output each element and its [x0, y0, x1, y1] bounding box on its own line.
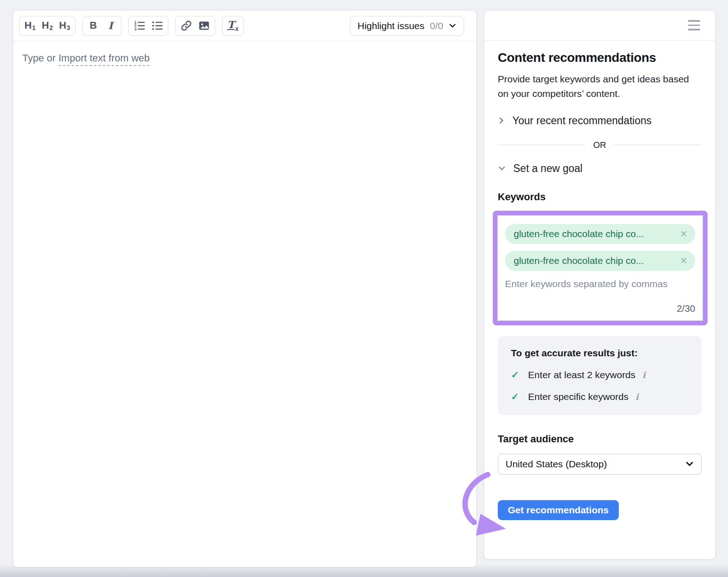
- info-icon[interactable]: i: [642, 370, 645, 380]
- check-icon: ✓: [511, 369, 519, 380]
- heading-3-label: H: [59, 20, 66, 31]
- set-new-goal-toggle[interactable]: Set a new goal: [498, 162, 702, 175]
- keywords-input-area[interactable]: gluten-free chocolate chip co... ✕ glute…: [497, 215, 703, 321]
- chevron-down-icon: [685, 460, 694, 468]
- panel-description: Provide target keywords and get ideas ba…: [498, 72, 702, 101]
- keyword-tag: gluten-free chocolate chip co... ✕: [505, 224, 695, 244]
- tip-row: ✓ Enter specific keywords i: [511, 391, 688, 402]
- highlight-issues-label: Highlight issues: [358, 20, 425, 31]
- heading-2-label: H: [42, 20, 49, 31]
- insert-buttons-group: [175, 16, 215, 36]
- set-new-goal-label: Set a new goal: [513, 162, 582, 175]
- heading-1-button[interactable]: H1: [21, 17, 39, 35]
- heading-2-button[interactable]: H2: [39, 17, 56, 35]
- keyword-tag-text: gluten-free chocolate chip co...: [514, 255, 644, 266]
- bold-label: B: [90, 20, 97, 31]
- editor-placeholder-prefix: Type or: [22, 52, 58, 64]
- heading-3-sub: 3: [67, 25, 71, 31]
- remove-keyword-icon[interactable]: ✕: [680, 255, 688, 266]
- hamburger-menu-icon[interactable]: [688, 20, 700, 30]
- insert-link-button[interactable]: [177, 17, 195, 35]
- keywords-highlight-annotation: gluten-free chocolate chip co... ✕ glute…: [493, 211, 708, 325]
- italic-button[interactable]: I: [102, 17, 119, 35]
- insert-image-button[interactable]: [195, 17, 213, 35]
- italic-label: I: [108, 20, 113, 31]
- format-buttons-group: B I: [82, 16, 121, 36]
- or-label: OR: [585, 140, 615, 150]
- info-icon[interactable]: i: [635, 392, 638, 402]
- image-icon: [198, 20, 210, 32]
- tips-title: To get accurate results just:: [511, 348, 688, 359]
- clear-formatting-icon: Tx: [227, 19, 238, 32]
- chevron-right-icon: [498, 116, 505, 125]
- recommendations-panel-header: [484, 10, 715, 40]
- recommendations-panel: Content recommendations Provide target k…: [484, 10, 716, 560]
- heading-3-button[interactable]: H3: [56, 17, 73, 35]
- highlight-issues-count: 0/0: [430, 20, 443, 31]
- panel-title: Content recommendations: [498, 51, 702, 65]
- divider-line: [498, 145, 585, 145]
- target-audience-label: Target audience: [498, 433, 702, 445]
- tip-row: ✓ Enter at least 2 keywords i: [511, 369, 688, 380]
- remove-keyword-icon[interactable]: ✕: [680, 228, 688, 239]
- editor-panel: H1 H2 H3 B I 1 2 3: [13, 10, 477, 567]
- import-text-from-web-link[interactable]: Import text from web: [58, 52, 150, 66]
- tip-text: Enter specific keywords: [528, 391, 629, 402]
- ordered-list-icon: 1 2 3: [133, 20, 146, 32]
- keywords-input-placeholder: Enter keywords separated by commas: [505, 278, 695, 289]
- divider-line: [614, 145, 702, 145]
- ordered-list-button[interactable]: 1 2 3: [131, 17, 148, 35]
- accuracy-tips-box: To get accurate results just: ✓ Enter at…: [498, 336, 702, 415]
- heading-2-sub: 2: [50, 25, 53, 31]
- tip-text: Enter at least 2 keywords: [528, 369, 636, 380]
- editor-toolbar: H1 H2 H3 B I 1 2 3: [13, 10, 476, 41]
- heading-buttons-group: H1 H2 H3: [19, 16, 76, 36]
- keywords-counter: 2/30: [505, 303, 695, 314]
- bullet-list-icon: [151, 20, 163, 32]
- editor-text-area[interactable]: Type or Import text from web: [13, 41, 476, 75]
- bullet-list-button[interactable]: [148, 17, 166, 35]
- bold-button[interactable]: B: [85, 17, 102, 35]
- highlight-issues-dropdown[interactable]: Highlight issues 0/0: [350, 16, 464, 36]
- recent-recommendations-toggle[interactable]: Your recent recommendations: [498, 115, 702, 127]
- svg-text:3: 3: [134, 27, 136, 31]
- heading-1-label: H: [25, 20, 32, 31]
- heading-1-sub: 1: [32, 25, 36, 31]
- target-audience-select[interactable]: United States (Desktop): [498, 454, 702, 475]
- get-recommendations-button[interactable]: Get recommendations: [498, 500, 619, 520]
- keyword-tag-text: gluten-free chocolate chip co...: [514, 228, 644, 239]
- clear-format-group: Tx: [222, 16, 244, 36]
- chevron-down-icon: [449, 22, 456, 30]
- or-divider: OR: [498, 140, 702, 150]
- clear-formatting-button[interactable]: Tx: [224, 17, 242, 35]
- recent-recommendations-label: Your recent recommendations: [512, 115, 652, 127]
- check-icon: ✓: [511, 391, 519, 402]
- keywords-label: Keywords: [498, 191, 702, 203]
- link-icon: [180, 20, 192, 32]
- recommendations-panel-content: Content recommendations Provide target k…: [484, 40, 715, 520]
- target-audience-value: United States (Desktop): [506, 459, 607, 470]
- keyword-tag: gluten-free chocolate chip co... ✕: [505, 251, 695, 271]
- list-buttons-group: 1 2 3: [128, 16, 168, 36]
- chevron-down-icon: [498, 165, 506, 172]
